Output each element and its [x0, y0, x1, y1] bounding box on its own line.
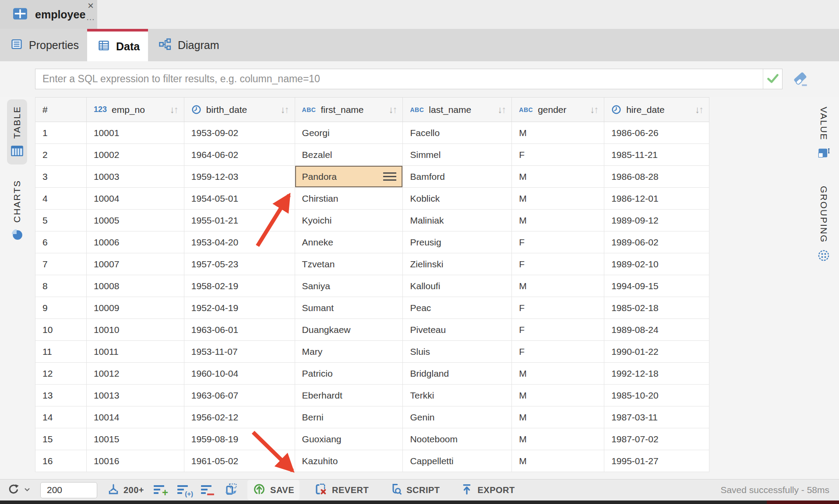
cell[interactable]: Sluis [403, 341, 512, 363]
cell[interactable]: 10012 [87, 363, 184, 385]
cell[interactable]: Kalloufi [403, 275, 512, 297]
duplicate-row-button[interactable]: (+) [177, 484, 191, 496]
cell[interactable]: F [512, 319, 604, 341]
fetch-next-segment-button[interactable]: 200+ [107, 483, 144, 497]
cell[interactable]: 1953-04-20 [184, 231, 295, 253]
revert-button[interactable]: REVERT [309, 480, 374, 500]
cell[interactable]: 1985-10-20 [604, 385, 709, 406]
cell[interactable]: 1959-08-19 [184, 428, 295, 450]
cell[interactable]: 10005 [87, 210, 184, 231]
cell[interactable]: 10001 [87, 122, 184, 144]
cell[interactable]: Facello [403, 122, 512, 144]
chevron-down-icon[interactable] [24, 486, 31, 494]
cell[interactable]: M [512, 188, 604, 210]
tab-data[interactable]: Data [87, 29, 148, 61]
cell[interactable]: 10007 [87, 253, 184, 275]
cell[interactable]: 1989-08-24 [604, 319, 709, 341]
cell[interactable]: Kazuhito [295, 450, 403, 472]
sort-icon[interactable]: ↓↑ [170, 104, 184, 116]
cell[interactable]: Kyoichi [295, 210, 403, 231]
cell[interactable]: Mary [295, 341, 403, 363]
cell[interactable]: 1986-08-28 [604, 166, 709, 188]
cell[interactable]: 10010 [87, 319, 184, 341]
rail-item-charts[interactable]: CHARTS [8, 173, 26, 248]
cell[interactable]: 10002 [87, 144, 184, 166]
cell[interactable]: M [512, 385, 604, 406]
cell[interactable]: Patricio [295, 363, 403, 385]
cell[interactable]: 1953-11-07 [184, 341, 295, 363]
fetch-size-input[interactable] [40, 482, 97, 498]
tab-diagram[interactable]: Diagram [148, 29, 228, 61]
cell[interactable]: 10014 [87, 406, 184, 428]
column-header-first_name[interactable]: ABCfirst_name↓↑ [295, 98, 403, 122]
cell[interactable]: Sumant [295, 297, 403, 319]
cell[interactable]: Nooteboom [403, 428, 512, 450]
sort-icon[interactable]: ↓↑ [281, 104, 295, 116]
export-button[interactable]: EXPORT [455, 480, 520, 500]
rail-item-grouping[interactable]: GROUPING [814, 179, 833, 269]
cell[interactable]: Zielinski [403, 253, 512, 275]
cell[interactable]: F [512, 231, 604, 253]
cell[interactable]: Piveteau [403, 319, 512, 341]
cell[interactable]: 10011 [87, 341, 184, 363]
column-header-birth_date[interactable]: birth_date↓↑ [184, 98, 295, 122]
cell[interactable]: 10006 [87, 231, 184, 253]
cell[interactable]: 1963-06-07 [184, 385, 295, 406]
cell[interactable]: M [512, 363, 604, 385]
cell[interactable]: 10015 [87, 428, 184, 450]
cell[interactable]: F [512, 297, 604, 319]
cell[interactable]: Peac [403, 297, 512, 319]
refresh-row-button[interactable] [225, 483, 238, 497]
cell[interactable]: 1960-10-04 [184, 363, 295, 385]
sort-icon[interactable]: ↓↑ [497, 104, 511, 116]
rail-item-value[interactable]: VALUE [814, 100, 833, 166]
cell[interactable]: Chirstian [295, 188, 403, 210]
cell[interactable]: Preusig [403, 231, 512, 253]
sort-icon[interactable]: ↓↑ [590, 104, 604, 116]
delete-row-button[interactable] [201, 484, 215, 496]
cell[interactable]: 1956-02-12 [184, 406, 295, 428]
close-tab-icon[interactable]: × [83, 0, 98, 11]
cell[interactable]: Guoxiang [295, 428, 403, 450]
cell[interactable]: Simmel [403, 144, 512, 166]
cell[interactable]: 1954-05-01 [184, 188, 295, 210]
cell[interactable]: 1992-12-18 [604, 363, 709, 385]
script-button[interactable]: SCRIPT [384, 480, 445, 500]
cell[interactable]: 1964-06-02 [184, 144, 295, 166]
sort-icon[interactable]: ↓↑ [388, 104, 402, 116]
cell[interactable]: 1986-12-01 [604, 188, 709, 210]
cell[interactable]: M [512, 428, 604, 450]
cell[interactable]: 1995-01-27 [604, 450, 709, 472]
cell[interactable]: Maliniak [403, 210, 512, 231]
cell[interactable]: 10004 [87, 188, 184, 210]
cell[interactable]: Berni [295, 406, 403, 428]
cell[interactable]: F [512, 341, 604, 363]
add-row-button[interactable]: + [154, 484, 168, 496]
cell[interactable]: Koblick [403, 188, 512, 210]
cell[interactable]: Bezalel [295, 144, 403, 166]
cell[interactable]: M [512, 122, 604, 144]
save-button[interactable]: SAVE [247, 480, 300, 500]
cell[interactable]: M [512, 166, 604, 188]
tab-properties[interactable]: Properties [0, 29, 87, 61]
cell[interactable]: 1961-05-02 [184, 450, 295, 472]
cell[interactable]: Cappelletti [403, 450, 512, 472]
cell[interactable]: Anneke [295, 231, 403, 253]
refresh-button[interactable] [7, 483, 31, 497]
cell[interactable]: 1985-11-21 [604, 144, 709, 166]
cell[interactable]: Georgi [295, 122, 403, 144]
column-header-gender[interactable]: ABCgender↓↑ [512, 98, 604, 122]
entity-tab-employee[interactable]: employee [0, 0, 97, 29]
cell[interactable]: Eberhardt [295, 385, 403, 406]
column-header-hire_date[interactable]: hire_date↓↑ [604, 98, 709, 122]
cell[interactable]: F [512, 253, 604, 275]
cell[interactable]: M [512, 450, 604, 472]
cell[interactable]: 10008 [87, 275, 184, 297]
cell[interactable]: M [512, 406, 604, 428]
rail-item-table[interactable]: TABLE [7, 99, 27, 164]
cell[interactable]: Bridgland [403, 363, 512, 385]
tab-overflow-icon[interactable]: … [83, 11, 98, 23]
cell[interactable]: 1958-02-19 [184, 275, 295, 297]
cell[interactable]: 1953-09-02 [184, 122, 295, 144]
cell[interactable]: Bamford [403, 166, 512, 188]
